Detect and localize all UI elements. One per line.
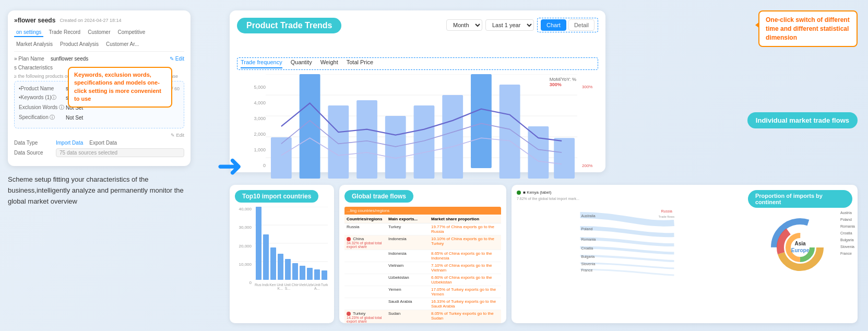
- gf-table-body: Russia Turkey 19.77% of China exports go…: [344, 223, 501, 323]
- chart-area: 5,000 4,000 3,000 2,000 1,000 0: [237, 74, 598, 179]
- month-select[interactable]: Month: [446, 19, 482, 31]
- top10-card: Top10 import countries 40,000 30,000 20,…: [230, 185, 334, 323]
- right-content: Product Trade Trends Month Last 1 year C…: [198, 0, 868, 331]
- kenya-flag: [517, 191, 521, 195]
- svg-text:France: France: [581, 268, 593, 272]
- svg-rect-13: [471, 74, 492, 168]
- x-turkey: Turkey: [321, 283, 328, 290]
- gf-share-china: 10.10% of China exports go to the Turkey: [431, 237, 499, 249]
- gf-export-4: Vietnam: [388, 263, 431, 273]
- gf-country-china: China 34.32% of global total export shar…: [347, 237, 388, 249]
- y-20000: 20,000: [235, 244, 252, 249]
- y-30000: 30,000: [235, 225, 252, 230]
- y-40000: 40,000: [235, 207, 252, 211]
- gf-country-5: [347, 275, 388, 285]
- tab-on-settings[interactable]: on settings: [14, 28, 43, 37]
- scheme-tabs: on settings Trade Record Customer Compet…: [14, 28, 184, 52]
- gf-row-russia: Russia Turkey 19.77% of China exports go…: [344, 223, 501, 235]
- svg-rect-27: [292, 263, 298, 280]
- data-type-row: Data Type Import Data Export Data: [14, 140, 184, 146]
- legend-romania: Romania: [840, 224, 855, 228]
- mom-value: 300%: [550, 82, 576, 87]
- svg-rect-25: [278, 254, 283, 280]
- kenya-extra: 7.62% of the global total import mark...: [517, 197, 748, 200]
- gf-row-6: Yemen 17.05% of Turkey exports go to the…: [344, 286, 501, 298]
- right-y-300: 300%: [582, 85, 598, 89]
- svg-rect-30: [314, 269, 320, 280]
- edit-link[interactable]: ✎ Edit: [170, 56, 184, 62]
- sankey-svg: Australia Poland Romania Croatia Bulgari…: [517, 205, 748, 288]
- y-0-top10: 0: [235, 280, 252, 285]
- gf-row-4: Vietnam 7.10% of China exports go to the…: [344, 262, 501, 274]
- gf-export-6: Yemen: [388, 287, 431, 297]
- data-edit-link[interactable]: ✎ Edit: [14, 133, 184, 138]
- y-label-3000: 3,000: [237, 116, 266, 121]
- svg-text:Croatia: Croatia: [581, 246, 593, 250]
- gf-share-5: 6.60% of China exports go to the Uzbekis…: [431, 275, 499, 285]
- svg-rect-31: [322, 270, 327, 280]
- legend-austria: Austria: [840, 211, 855, 215]
- tab-trade-record[interactable]: Trade Record: [46, 28, 82, 37]
- chart-btn[interactable]: Chart: [541, 19, 566, 31]
- gf-export-5: Uzbekistan: [388, 275, 431, 285]
- import-data-option[interactable]: Import Data: [56, 140, 83, 146]
- data-source-select[interactable]: 75 data sources selected: [56, 148, 184, 157]
- gf-countries-label: ...ling countries/regions: [347, 208, 499, 213]
- mom-label-text: MoM/YoY: %: [550, 77, 576, 82]
- char-spec-label: Specification ⓘ: [19, 114, 66, 121]
- legend-croatia: Croatia: [840, 231, 855, 235]
- chart-controls: Month Last 1 year Chart Detail: [446, 18, 598, 32]
- data-options: Import Data Export Data: [56, 140, 117, 146]
- svg-text:Europe: Europe: [791, 247, 810, 253]
- sankey-area: ■ Kenya (label) 7.62% of the global tota…: [517, 190, 748, 318]
- gf-share-turkey: 8.05% of Turkey exports go to the Sudan: [431, 311, 499, 323]
- chart-tab-total-price[interactable]: Total Price: [347, 59, 373, 68]
- top10-x-labels: Russia India Kenya United K... United S.…: [255, 283, 328, 290]
- gf-row-5: Uzbekistan 6.60% of China exports go to …: [344, 274, 501, 286]
- data-source-row: Data Source 75 data sources selected: [14, 148, 184, 157]
- china-share-label: 34.32% of global total export share: [347, 241, 388, 249]
- donut-svg: Asia Europe: [766, 214, 834, 281]
- svg-text:Australia: Australia: [581, 214, 596, 218]
- gf-country-turkey: Turkey 14.23% of global total export sha…: [347, 311, 388, 323]
- svg-rect-24: [270, 247, 276, 280]
- chart-tabs: Trade frequency Quantity Weight Total Pr…: [237, 57, 598, 70]
- detail-btn[interactable]: Detail: [568, 19, 594, 31]
- china-flag: [347, 237, 351, 241]
- tab-market-analysis[interactable]: Market Analysis: [14, 40, 55, 48]
- svg-text:Poland: Poland: [581, 227, 593, 231]
- gf-country-6: [347, 287, 388, 297]
- gf-col-main-exports: Main exports...: [388, 217, 431, 221]
- tab-product-analysis[interactable]: Product Analysis: [58, 40, 101, 48]
- svg-text:Asia: Asia: [794, 241, 806, 246]
- gf-col-market-share: Market share proportion: [431, 217, 499, 221]
- main-container: »flower seeds Created on 2024-04-27 18:1…: [0, 0, 868, 331]
- chart-tab-trade-freq[interactable]: Trade frequency: [241, 59, 282, 68]
- svg-rect-16: [554, 138, 575, 179]
- x-us: United S...: [284, 283, 291, 290]
- tab-customer-ar[interactable]: Customer Ar...: [104, 40, 141, 48]
- top10-chart-svg: [255, 207, 328, 280]
- x-uzbek: Uzbekis...: [306, 283, 313, 290]
- y-label-4000: 4,000: [237, 100, 266, 105]
- y-label-2000: 2,000: [237, 132, 266, 137]
- gf-col-countries: Countries/regions: [347, 217, 388, 221]
- top10-title: Top10 import countries: [235, 190, 318, 203]
- gf-row-3: Indonesia 8.65% of China exports go to t…: [344, 250, 501, 262]
- tab-competitive[interactable]: Competitive: [116, 28, 148, 37]
- tab-customer[interactable]: Customer: [86, 28, 112, 37]
- turkey-share-label: 14.23% of global total export share: [347, 316, 388, 323]
- turkey-flag: [347, 312, 351, 316]
- chart-tab-weight[interactable]: Weight: [320, 59, 338, 68]
- donut-container: Asia Europe Austria Poland Romania Croat…: [748, 211, 852, 284]
- chart-tab-quantity[interactable]: Quantity: [291, 59, 312, 68]
- x-india: India: [262, 283, 269, 290]
- period-select[interactable]: Last 1 year: [485, 19, 534, 31]
- export-data-option[interactable]: Export Data: [89, 140, 117, 146]
- chart-detail-controls: Chart Detail: [537, 18, 598, 32]
- svg-text:Trade flows: Trade flows: [659, 215, 675, 218]
- data-source-label: Data Source: [14, 150, 56, 156]
- scheme-date: Created on 2024-04-27 18:14: [60, 18, 121, 23]
- kenya-info: ■ Kenya (label): [517, 190, 748, 195]
- y-label-5000: 5,000: [237, 85, 266, 90]
